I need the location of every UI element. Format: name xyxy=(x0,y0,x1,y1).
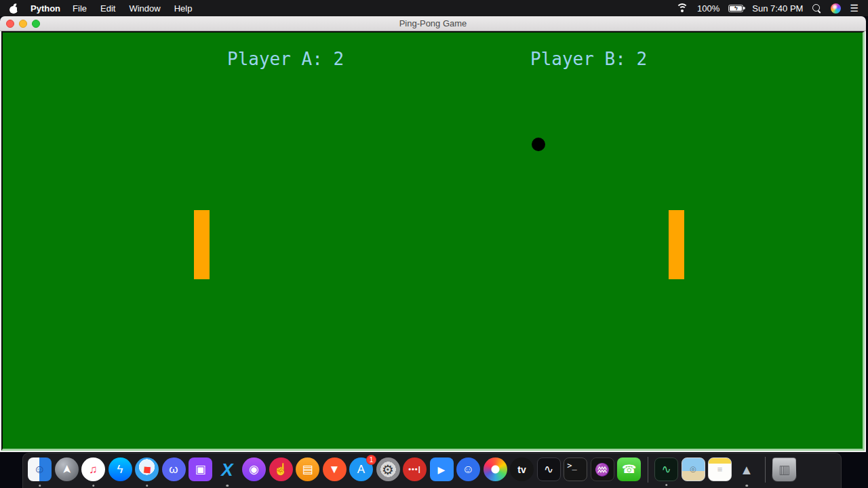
launchpad-icon: ➤ xyxy=(61,464,73,474)
terminal-icon: >_ xyxy=(567,462,576,470)
dock-item-discord[interactable]: ω xyxy=(162,458,186,481)
close-button[interactable] xyxy=(6,20,14,28)
running-indicator xyxy=(226,485,229,487)
facetime-icon: ☎ xyxy=(622,464,636,475)
dock-item-terminal[interactable]: >_ xyxy=(564,458,587,481)
dock-separator xyxy=(648,457,648,483)
menu-file[interactable]: File xyxy=(66,3,94,14)
dock-item-launchpad[interactable]: ➤ xyxy=(55,458,79,481)
audio-editor-icon: ♒ xyxy=(595,464,610,476)
apple-menu-icon[interactable] xyxy=(9,3,18,14)
dock-item-vscode[interactable]: X xyxy=(216,458,239,481)
lastpass-icon: •••| xyxy=(408,466,421,473)
dock-item-clubhouse[interactable]: ☝ xyxy=(269,458,293,481)
dock-item-system-preferences[interactable]: ⚙ xyxy=(376,458,400,481)
system-preferences-icon: ⚙ xyxy=(382,463,394,476)
dock-item-shield-app[interactable]: ☺ xyxy=(456,458,480,481)
desktop: { "menubar": { "app_name": "Python", "me… xyxy=(0,0,868,488)
music-icon: ♫ xyxy=(89,464,98,475)
dock-item-app-store[interactable]: A1 xyxy=(349,458,373,481)
dock-item-brave[interactable]: ▼ xyxy=(323,458,347,481)
battery-percentage: 100% xyxy=(697,3,719,14)
paddle-left xyxy=(194,210,210,279)
menu-help[interactable]: Help xyxy=(167,3,199,14)
shield-app-icon: ☺ xyxy=(462,464,474,475)
menu-left: Python File Edit Window Help xyxy=(9,3,199,14)
apple-tv-icon: tv xyxy=(517,465,526,474)
dock-item-trash[interactable]: ▥ xyxy=(772,458,796,481)
dock-item-lastpass[interactable]: •••| xyxy=(403,458,427,481)
dock-item-facetime[interactable]: ☎ xyxy=(617,458,641,481)
messenger-icon: ϟ xyxy=(117,464,123,475)
siri-icon[interactable] xyxy=(831,3,841,14)
brave-icon: ▼ xyxy=(329,464,340,475)
dock-item-podcasts[interactable]: ◉ xyxy=(242,458,266,481)
game-window: Player A: 2 Player B: 2 xyxy=(0,31,866,452)
traffic-lights xyxy=(6,20,40,28)
menu-window[interactable]: Window xyxy=(122,3,167,14)
vscode-icon: X xyxy=(221,461,233,479)
app-store-icon: A xyxy=(357,464,365,475)
running-indicator xyxy=(92,485,95,487)
window-title-bar[interactable]: Ping-Pong Game xyxy=(0,16,866,31)
running-indicator xyxy=(39,485,41,487)
dock-item-safari[interactable]: ◆ xyxy=(135,458,159,481)
running-indicator xyxy=(665,484,668,487)
discord-icon: ω xyxy=(169,464,178,475)
dock-item-preview[interactable]: ⌾ xyxy=(682,458,705,481)
menu-bar-clock[interactable]: Sun 7:40 PM xyxy=(752,3,803,14)
dock-item-music[interactable]: ♫ xyxy=(81,458,105,481)
running-indicator xyxy=(146,485,149,487)
wifi-icon[interactable] xyxy=(676,3,688,13)
dock-item-notes[interactable]: ≡ xyxy=(708,458,732,481)
dock: ☺➤♫ϟ◆ω▣X◉☝▤▼A1⚙•••|▶☺tv∿>_♒☎∿⌾≡▲▥ xyxy=(22,453,842,488)
game-canvas: Player A: 2 Player B: 2 xyxy=(1,31,865,451)
minimize-button[interactable] xyxy=(19,20,27,28)
app-menu-python[interactable]: Python xyxy=(31,3,60,14)
trash-icon: ▥ xyxy=(778,464,789,476)
scope-icon: ∿ xyxy=(661,464,671,475)
dock-item-python[interactable]: ▲ xyxy=(735,458,759,481)
dock-item-books[interactable]: ▤ xyxy=(296,458,319,481)
dock-item-photos[interactable] xyxy=(484,458,507,481)
battery-icon[interactable]: ϟ xyxy=(728,5,743,12)
window-title: Ping-Pong Game xyxy=(0,18,866,28)
paddle-right xyxy=(669,210,684,279)
dock-item-scope[interactable]: ∿ xyxy=(654,458,678,481)
status-area: 100% ϟ Sun 7:40 PM ☰ xyxy=(676,3,859,14)
dock-item-messenger[interactable]: ϟ xyxy=(108,458,132,481)
dock-item-apple-tv[interactable]: tv xyxy=(510,458,534,481)
dock-separator xyxy=(765,457,766,483)
books-icon: ▤ xyxy=(302,464,313,475)
ball xyxy=(532,138,545,151)
dock-item-zoom[interactable]: ▶ xyxy=(430,458,454,481)
notes-icon: ≡ xyxy=(717,465,723,474)
dock-item-finder[interactable]: ☺ xyxy=(28,458,52,481)
finder-icon: ☺ xyxy=(34,464,45,475)
score-player-b: Player B: 2 xyxy=(530,49,647,69)
python-icon: ▲ xyxy=(740,463,753,476)
spotlight-search-icon[interactable] xyxy=(812,3,822,14)
zoom-icon: ▶ xyxy=(438,465,446,474)
clubhouse-icon: ☝ xyxy=(273,464,288,475)
menu-edit[interactable]: Edit xyxy=(94,3,122,14)
charging-bolt-icon: ϟ xyxy=(734,5,738,12)
stocks-icon: ∿ xyxy=(544,464,553,475)
dock-item-twitch[interactable]: ▣ xyxy=(189,458,212,481)
preview-icon: ⌾ xyxy=(690,464,696,474)
dock-item-audio-editor[interactable]: ♒ xyxy=(591,458,614,481)
safari-icon: ◆ xyxy=(140,462,154,476)
notification-center-icon[interactable]: ☰ xyxy=(850,3,859,13)
podcasts-icon: ◉ xyxy=(249,464,259,475)
notification-badge: 1 xyxy=(366,455,376,465)
dock-item-stocks[interactable]: ∿ xyxy=(537,458,561,481)
menu-bar: Python File Edit Window Help 100% ϟ Sun … xyxy=(0,0,868,16)
score-player-a: Player A: 2 xyxy=(227,49,344,69)
running-indicator xyxy=(745,485,748,487)
twitch-icon: ▣ xyxy=(195,464,205,475)
zoom-button[interactable] xyxy=(32,20,40,28)
